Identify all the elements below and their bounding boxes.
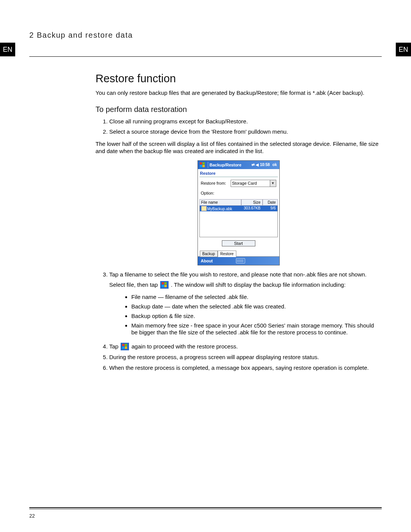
volume-icon: ◀	[256, 163, 259, 167]
bullet-filename: File name — filename of the selected .ab…	[131, 292, 381, 302]
start-button-row: Start	[198, 237, 279, 249]
svg-rect-5	[162, 282, 164, 284]
title-bar: Backup/Restore ⇄ ◀ 10:58 ok	[198, 161, 279, 169]
svg-rect-3	[202, 165, 205, 167]
connectivity-icon: ⇄	[252, 163, 255, 167]
svg-rect-10	[122, 344, 124, 346]
row-date: 9/6	[262, 206, 277, 211]
ok-button[interactable]: ok	[271, 163, 279, 167]
language-tab-right: EN	[396, 43, 411, 56]
restore-from-value: Storage Card	[232, 181, 257, 185]
windows-start-icon-inline	[160, 281, 169, 289]
header-size[interactable]: Size	[241, 199, 263, 206]
chevron-down-icon[interactable]: ▼	[270, 180, 276, 187]
svg-rect-2	[200, 165, 202, 167]
bullet-backup-date: Backup date — date when the selected .ab…	[131, 302, 381, 312]
file-icon	[201, 206, 207, 211]
clock-text: 10:58	[260, 163, 270, 167]
svg-rect-12	[122, 347, 124, 349]
table-row[interactable]: MyBackup.abk 303.67KB 9/6	[200, 206, 277, 211]
page: EN EN 2 Backup and restore data Restore …	[0, 0, 411, 532]
restore-from-dropdown[interactable]: Storage Card ▼	[231, 180, 276, 187]
title-separator	[208, 162, 208, 168]
app-title: Backup/Restore	[210, 163, 252, 167]
windows-start-icon-inline-2	[121, 343, 129, 350]
intro-paragraph: You can only restore backup files that a…	[96, 89, 381, 97]
status-icons: ⇄ ◀ 10:58 ok	[252, 163, 278, 167]
page-number: 22	[29, 513, 35, 519]
svg-rect-13	[125, 347, 127, 349]
tab-restore[interactable]: Restore	[218, 251, 236, 257]
section-heading: Restore function	[96, 72, 381, 85]
row-size: 303.67KB	[241, 206, 262, 211]
form-area: Restore from: Storage Card ▼ Option:	[198, 177, 279, 195]
steps-list-top: Close all running programs except for Ba…	[96, 116, 381, 137]
svg-rect-0	[200, 162, 202, 165]
header-filename[interactable]: File name	[199, 199, 241, 206]
tab-backup[interactable]: Backup	[200, 251, 218, 257]
device-window: Backup/Restore ⇄ ◀ 10:58 ok Restore Rest…	[198, 160, 280, 265]
screenshot-figure: Backup/Restore ⇄ ◀ 10:58 ok Restore Rest…	[198, 160, 279, 265]
bullet-memory: Main memory free size - free space in yo…	[131, 321, 381, 338]
option-row: Option:	[201, 191, 276, 195]
file-table-body: MyBackup.abk 303.67KB 9/6	[199, 206, 278, 237]
bottom-bar: About	[198, 257, 279, 265]
svg-rect-1	[202, 162, 205, 165]
step-2: Select a source storage device from the …	[109, 126, 381, 137]
keyboard-icon[interactable]	[236, 258, 245, 264]
language-tab-left: EN	[0, 43, 15, 56]
step-3: Tap a filename to select the file you wi…	[109, 269, 381, 341]
step-6: When the restore process is completed, a…	[109, 363, 381, 373]
restore-tab-label: Restore	[198, 169, 279, 177]
step-4: Tap again to proceed with the restore pr…	[109, 341, 381, 352]
restore-from-label: Restore from:	[201, 181, 231, 185]
content-area: Restore function You can only restore ba…	[96, 72, 381, 376]
page-header: 2 Backup and restore data	[29, 31, 133, 40]
after-step-2-paragraph: The lower half of the screen will displa…	[96, 140, 381, 155]
about-button[interactable]: About	[201, 259, 213, 263]
svg-rect-6	[164, 282, 167, 284]
file-table: File name Size Date MyBackup.abk 303.67K…	[199, 199, 278, 237]
svg-rect-11	[125, 344, 127, 346]
row-filename: MyBackup.abk	[200, 206, 241, 211]
steps-list-bottom: Tap a filename to select the file you wi…	[96, 269, 381, 373]
sub-heading: To perform data restoration	[96, 105, 381, 114]
footer-rule	[29, 507, 382, 508]
header-date[interactable]: Date	[263, 199, 278, 206]
step-1: Close all running programs except for Ba…	[109, 116, 381, 127]
windows-start-icon[interactable]	[199, 161, 206, 168]
svg-rect-7	[162, 285, 164, 287]
option-label: Option:	[201, 191, 231, 195]
file-table-header: File name Size Date	[199, 199, 278, 206]
step-3b: Select file, then tap . The window will …	[109, 281, 381, 289]
info-bullets: File name — filename of the selected .ab…	[109, 292, 381, 337]
svg-rect-8	[164, 285, 167, 287]
start-button[interactable]: Start	[222, 240, 255, 246]
bullet-option-size: Backup option & file size.	[131, 312, 381, 321]
header-rule	[29, 56, 382, 57]
bottom-tabs: Backup Restore	[198, 249, 279, 257]
restore-from-row: Restore from: Storage Card ▼	[201, 180, 276, 187]
step-5: During the restore process, a progress s…	[109, 352, 381, 363]
footer-rule-thin	[29, 509, 382, 509]
